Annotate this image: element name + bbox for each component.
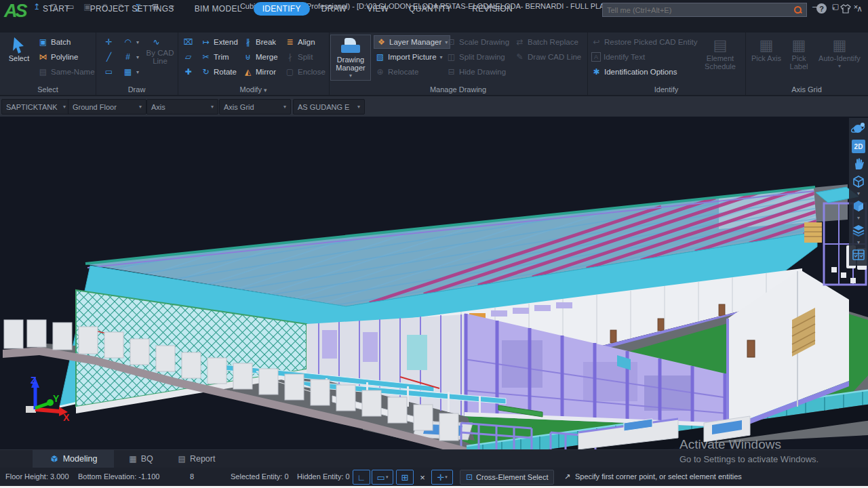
arc-icon: ◠ [123, 37, 133, 47]
project-dropdown[interactable]: SAPTICKTANK▾ [1, 99, 71, 115]
snap-mode-icon[interactable]: ✛▾ [431, 470, 453, 485]
draw-cad-line-button[interactable]: ✎Draw CAD Line [515, 51, 581, 63]
polyline-button[interactable]: ⋈Polyline [38, 51, 78, 63]
tab-view[interactable]: VIEW [358, 2, 397, 16]
draw-arc-button[interactable]: ◠▾ [123, 36, 139, 48]
search-input[interactable] [603, 6, 794, 14]
split-button[interactable]: ∤Split [285, 51, 313, 63]
bottom-tab-bar: Modeling ▦ BQ ▤ Report [0, 449, 868, 468]
copy-button[interactable]: ▱ [183, 51, 193, 63]
layers-dropdown-icon[interactable]: ▾ [857, 240, 860, 245]
scale-drawing-button[interactable]: ⊡Scale Drawing [446, 36, 509, 48]
wireframe-cube-icon[interactable] [850, 174, 867, 190]
batch-replace-button[interactable]: ⇄Batch Replace [515, 36, 578, 48]
draw-line-button[interactable]: ╱ [104, 51, 114, 63]
draw-hatch-button[interactable]: ▦▾ [123, 66, 139, 78]
modeling-cube-icon [50, 454, 59, 464]
wireframe-dropdown-icon[interactable]: ▾ [857, 191, 860, 197]
layer-manager-button[interactable]: ❖Layer Manager▾ [374, 35, 450, 49]
theme-shirt-icon[interactable] [840, 4, 851, 14]
3d-viewport[interactable]: Z X Y 2D ▾ ▾ ▾ [0, 117, 868, 449]
element-type-dropdown[interactable]: Axis▾ [146, 99, 218, 115]
by-cad-line-button[interactable]: By CAD Line [144, 47, 176, 66]
trim-button[interactable]: ✂Trim [201, 51, 229, 63]
tab-quantity[interactable]: QUANTITY [400, 2, 460, 16]
auto-identify-button[interactable]: ▦ Auto-Identify ▾ [816, 37, 863, 70]
help-dropdown-icon[interactable]: ▾ [832, 5, 835, 12]
identify-text-button[interactable]: AIdentify Text [591, 51, 645, 63]
ortho-mode-icon[interactable]: ∟ [353, 470, 370, 485]
cross-element-select-button[interactable]: ⊡ Cross-Element Select [460, 470, 554, 485]
element-dropdown[interactable]: Axis Grid▾ [219, 99, 291, 115]
drawing-manager-button[interactable]: Drawing Manager ▾ [330, 35, 371, 81]
point-icon: ✛ [104, 37, 114, 47]
mirror-button[interactable]: ◭Mirror [243, 66, 276, 78]
tab-start[interactable]: START [34, 2, 79, 16]
bottom-elevation-value: Bottom Elevation: -1.100 [78, 472, 159, 481]
ribbon-group-axis-grid: ▦ Pick Axis ▦ Pick Label ▦ Auto-Identify… [745, 33, 868, 95]
enclose-button[interactable]: ▢Enclose [285, 66, 326, 78]
tell-me-search[interactable] [602, 3, 807, 17]
rotate-button[interactable]: ↻Rotate [201, 66, 237, 78]
floor-dropdown[interactable]: Ground Floor▾ [68, 99, 146, 115]
group-label-modify[interactable]: Modify ▾ [178, 85, 329, 94]
extend-icon: ↦ [201, 37, 211, 47]
rect-select-mode-icon[interactable]: ▭▾ [372, 470, 393, 485]
split-drawing-button[interactable]: ◫Split Drawing [446, 51, 505, 63]
collapse-ribbon-icon[interactable]: ∧ [856, 4, 863, 14]
relocate-button[interactable]: ⊕Relocate [375, 66, 418, 78]
model-canvas[interactable]: Z X Y [0, 117, 868, 449]
element-schedule-button[interactable]: ▤ Element Schedule [698, 37, 742, 70]
layer-manager-icon: ❖ [376, 37, 387, 47]
move-button[interactable]: ✚ [183, 66, 193, 78]
tab-report[interactable]: ▤ Report [168, 450, 225, 468]
merge-button[interactable]: ⊎Merge [243, 51, 278, 63]
delete-button[interactable]: ⌧ [183, 36, 193, 48]
layers-icon[interactable] [850, 222, 867, 239]
pick-axis-button[interactable]: ▦ Pick Axis [751, 37, 782, 62]
ribbon-group-manage-drawing: Drawing Manager ▾ ❖Layer Manager▾ ▧Impor… [329, 33, 588, 95]
batch-button[interactable]: ▣Batch [38, 36, 71, 48]
move-icon: ✚ [183, 67, 193, 77]
pick-label-button[interactable]: ▦ Pick Label [783, 37, 814, 70]
align-button[interactable]: ≣Align [285, 36, 315, 48]
restore-picked-cad-button[interactable]: ↩Restore Picked CAD Entity [591, 36, 697, 48]
help-icon[interactable]: ? [816, 3, 827, 14]
solid-dropdown-icon[interactable]: ▾ [857, 216, 860, 221]
drawing-dropdown[interactable]: AS GUDANG E▾ [293, 99, 365, 115]
ribbon-group-identify: ↩Restore Picked CAD Entity AIdentify Tex… [587, 33, 746, 95]
element-table-icon[interactable] [850, 247, 867, 263]
batch-replace-icon: ⇄ [515, 37, 525, 47]
tab-draw[interactable]: DRAW [313, 2, 355, 16]
pan-hand-icon[interactable] [850, 156, 867, 172]
batch-icon: ▣ [38, 37, 48, 47]
draw-rect-button[interactable]: ▭ [104, 66, 114, 78]
tab-project-settings[interactable]: PROJECT SETTINGS [81, 2, 183, 16]
import-picture-button[interactable]: ▧Import Picture▾ [375, 51, 443, 63]
dynamic-input-icon[interactable]: ⊞ [396, 470, 414, 485]
cross-cursor-icon[interactable]: × [414, 470, 431, 485]
draw-node-line-button[interactable]: ∿ [151, 36, 161, 48]
tab-bim-model[interactable]: BIM MODEL [186, 2, 251, 16]
node-line-icon: ∿ [151, 37, 161, 47]
axis-z-label: Z [31, 375, 37, 386]
tab-revision[interactable]: REVISION [463, 2, 521, 16]
polyline-icon: ⋈ [38, 52, 48, 62]
search-icon[interactable] [794, 6, 802, 14]
same-name-button[interactable]: ▤Same-Name [38, 66, 95, 78]
auto-identify-icon: ▦ [833, 37, 847, 54]
extend-button[interactable]: ↦Extend [201, 36, 238, 48]
solid-cube-icon[interactable] [850, 198, 867, 214]
tab-modeling[interactable]: Modeling [33, 450, 114, 469]
floor-height-value: Floor Height: 3.000 [5, 472, 69, 481]
select-button[interactable]: Select [5, 37, 33, 62]
draw-point-button[interactable]: ✛ [104, 36, 114, 48]
draw-grid-button[interactable]: #▾ [123, 51, 139, 63]
hide-drawing-button[interactable]: ⊟Hide Drawing [446, 66, 506, 78]
identification-options-button[interactable]: ✱Identification Options [591, 66, 677, 78]
tab-bq[interactable]: ▦ BQ [119, 450, 163, 468]
orbit-icon[interactable] [850, 121, 867, 137]
2d-view-icon[interactable]: 2D [850, 138, 867, 155]
tab-identify[interactable]: IDENTIFY [254, 2, 310, 16]
break-button[interactable]: ∦Break [243, 36, 276, 48]
